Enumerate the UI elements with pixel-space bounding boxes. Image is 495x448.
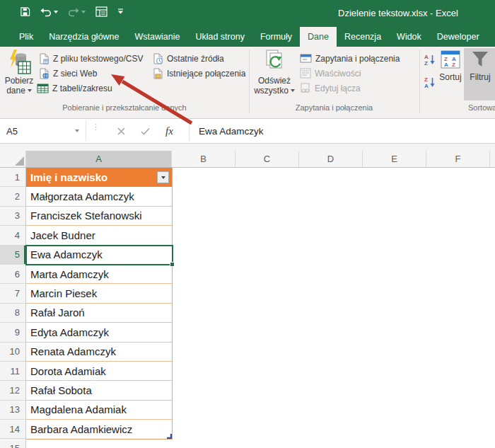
formula-bar-spacer bbox=[0, 144, 495, 151]
row-header-9[interactable]: 9 bbox=[0, 323, 25, 342]
sort-za-button[interactable]: ZA bbox=[424, 75, 436, 90]
get-data-label-line2: dane bbox=[6, 86, 25, 96]
tab-wstawianie[interactable]: Wstawianie bbox=[127, 27, 188, 47]
row-header-7[interactable]: 7 bbox=[0, 284, 25, 303]
tab-dane[interactable]: Dane bbox=[300, 27, 337, 47]
recent-sources-icon bbox=[152, 53, 163, 64]
redo-dropdown-caret-icon bbox=[81, 11, 86, 13]
ribbon-tab-row: Plik Narzędzia główne Wstawianie Układ s… bbox=[0, 27, 495, 47]
edit-links-label: Edytuj łącza bbox=[315, 84, 361, 93]
column-header-d[interactable]: D bbox=[299, 151, 363, 167]
sort-label: Sortuj bbox=[439, 72, 461, 82]
tab-plik[interactable]: Plik bbox=[11, 27, 41, 47]
row-header-2[interactable]: 2 bbox=[0, 187, 25, 206]
get-data-button[interactable]: Pobierz dane bbox=[2, 49, 36, 96]
queries-connections-button[interactable]: Zapytania i połączenia bbox=[300, 51, 400, 66]
customize-qat-button[interactable] bbox=[117, 8, 124, 15]
tab-recenzja[interactable]: Recenzja bbox=[337, 27, 389, 47]
row-header-13[interactable]: 13 bbox=[0, 401, 25, 420]
select-all-corner[interactable] bbox=[0, 151, 26, 167]
tab-widok[interactable]: Widok bbox=[389, 27, 429, 47]
ribbon: Pobierz dane Z pliku tekstowego/CSV Z si… bbox=[0, 47, 495, 119]
name-box-value: A5 bbox=[6, 126, 18, 137]
column-header-overflow bbox=[490, 151, 495, 167]
table-row[interactable]: Rafał Jaroń bbox=[26, 304, 172, 323]
cell-text: Barbara Adamkiewicz bbox=[30, 423, 132, 435]
refresh-all-button[interactable]: Odśwież wszystko bbox=[252, 49, 297, 96]
row-header-14[interactable]: 14 bbox=[0, 420, 25, 439]
excel-window: Dzielenie tekstow.xlsx - Excel Plik Narz… bbox=[0, 0, 495, 448]
svg-text:Z: Z bbox=[452, 62, 455, 68]
filter-label: Filtruj bbox=[470, 72, 490, 82]
table-row[interactable]: Małgorzata Adamczyk bbox=[26, 187, 172, 206]
from-text-csv-button[interactable]: Z pliku tekstowego/CSV bbox=[38, 51, 143, 66]
svg-text:A: A bbox=[444, 62, 448, 68]
from-table-range-button[interactable]: Z tabeli/zakresu bbox=[37, 81, 112, 96]
filter-caret-icon bbox=[161, 176, 165, 179]
cell-text: Franciszek Stefanowski bbox=[30, 209, 142, 222]
column-header-a[interactable]: A bbox=[26, 151, 172, 167]
row-header-10[interactable]: 10 bbox=[0, 343, 25, 362]
table-row[interactable]: Franciszek Stefanowski bbox=[26, 207, 172, 226]
row-header-5[interactable]: 5 bbox=[0, 246, 25, 265]
cell-text: Renata Adamczyk bbox=[30, 345, 116, 357]
tab-deweloper[interactable]: Deweloper bbox=[429, 27, 487, 47]
table-header-cell[interactable]: Imię i nazwisko bbox=[26, 168, 172, 187]
row-header-15[interactable]: 15 bbox=[0, 439, 25, 448]
row-header-12[interactable]: 12 bbox=[0, 381, 25, 400]
queries-connections-icon bbox=[300, 53, 312, 64]
row-header-4[interactable]: 4 bbox=[0, 226, 25, 245]
from-web-button[interactable]: Z sieci Web bbox=[38, 66, 97, 81]
table-row[interactable]: Renata Adamczyk bbox=[26, 343, 172, 362]
tab-uklad-strony[interactable]: Układ strony bbox=[187, 27, 252, 47]
names-table: Imię i nazwisko Małgorzata Adamczyk Fran… bbox=[26, 168, 173, 440]
table-row[interactable]: Rafał Sobota bbox=[26, 381, 172, 400]
undo-dropdown-caret-icon[interactable] bbox=[54, 11, 58, 13]
svg-text:Z: Z bbox=[424, 76, 428, 83]
touch-mode-button[interactable] bbox=[95, 6, 107, 17]
table-row[interactable]: Marcin Piesek bbox=[26, 284, 172, 303]
sort-za-icon: ZA bbox=[424, 76, 436, 89]
table-row[interactable]: Magdalena Adamiak bbox=[26, 401, 172, 420]
cell-text: Magdalena Adamiak bbox=[30, 403, 127, 415]
row-header-8[interactable]: 8 bbox=[0, 304, 25, 323]
table-row[interactable]: Marta Adamczyk bbox=[26, 265, 172, 284]
cell-text: Rafał Jaroń bbox=[30, 306, 85, 318]
table-row[interactable]: Dorota Adamiak bbox=[26, 362, 172, 381]
refresh-all-caret-icon bbox=[291, 89, 295, 92]
active-cell-selection[interactable] bbox=[25, 245, 173, 265]
refresh-all-label-line2: wszystko bbox=[254, 86, 289, 96]
save-button[interactable] bbox=[20, 6, 30, 17]
recent-sources-button[interactable]: Ostatnie źródła bbox=[152, 51, 224, 66]
column-headers: A B C D E F bbox=[0, 151, 495, 168]
table-resize-handle[interactable] bbox=[167, 434, 172, 439]
row-header-6[interactable]: 6 bbox=[0, 265, 25, 284]
row-header-1[interactable]: 1 bbox=[0, 168, 25, 187]
tab-narzedzia-glowne[interactable]: Narzędzia główne bbox=[41, 27, 127, 47]
undo-button[interactable] bbox=[40, 7, 58, 17]
column-header-c[interactable]: C bbox=[235, 151, 299, 167]
fill-handle[interactable] bbox=[170, 262, 175, 267]
table-row[interactable]: Edyta Adamczyk bbox=[26, 323, 172, 342]
existing-connections-button[interactable]: Istniejące połączenia bbox=[152, 66, 245, 81]
formula-bar-grip[interactable]: ⋮ bbox=[92, 125, 100, 129]
formula-bar-value[interactable]: Ewa Adamczyk bbox=[199, 121, 264, 141]
column-header-b[interactable]: B bbox=[172, 151, 235, 167]
name-box[interactable]: A5 bbox=[0, 121, 86, 141]
insert-function-button[interactable]: fx bbox=[165, 125, 173, 137]
sort-az-button[interactable]: AZ bbox=[424, 52, 436, 67]
filter-button[interactable]: Filtruj bbox=[465, 50, 495, 82]
row-header-3[interactable]: 3 bbox=[0, 207, 25, 226]
tab-formuly[interactable]: Formuły bbox=[252, 27, 300, 47]
row-header-11[interactable]: 11 bbox=[0, 362, 25, 381]
text-csv-file-icon bbox=[38, 53, 50, 64]
column-header-e[interactable]: E bbox=[363, 151, 426, 167]
sort-button[interactable]: Z A A Z Sortuj bbox=[437, 50, 464, 82]
svg-text:A: A bbox=[424, 83, 429, 89]
cell-text: Rafał Sobota bbox=[30, 384, 92, 396]
header-filter-button[interactable] bbox=[157, 171, 169, 183]
table-row[interactable]: Barbara Adamkiewicz bbox=[26, 420, 172, 439]
table-row[interactable]: Jacek Budner bbox=[26, 226, 172, 245]
column-header-f[interactable]: F bbox=[426, 151, 490, 167]
name-box-caret-icon[interactable] bbox=[75, 130, 79, 132]
